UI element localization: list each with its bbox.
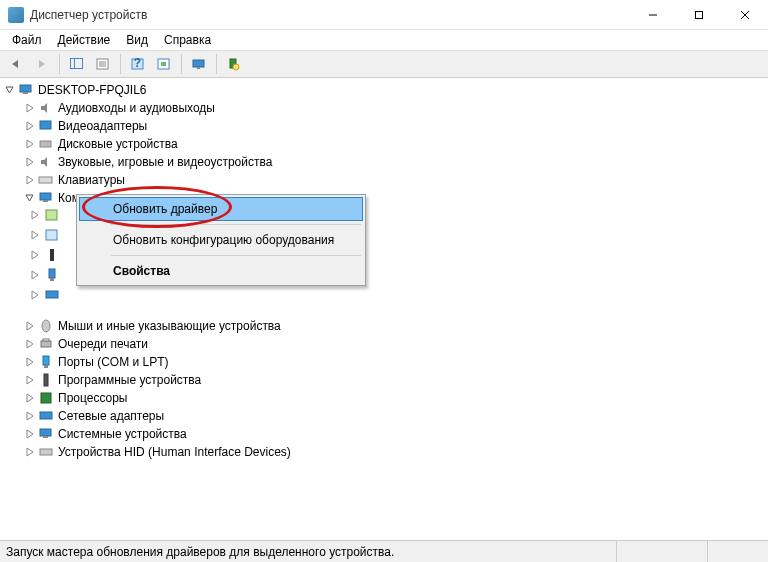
expand-icon[interactable] <box>24 174 36 186</box>
tree-node-hid[interactable]: Устройства HID (Human Interface Devices) <box>0 443 768 461</box>
network-adapter-icon <box>38 408 54 424</box>
svg-rect-33 <box>40 429 51 436</box>
tree-root[interactable]: DESKTOP-FPQJIL6 <box>0 81 768 99</box>
context-menu-scan-hardware[interactable]: Обновить конфигурацию оборудования <box>79 228 363 252</box>
menubar: Файл Действие Вид Справка <box>0 30 768 50</box>
tree-node-mice[interactable]: Мыши и иные указывающие устройства <box>0 317 768 335</box>
expand-icon[interactable] <box>24 392 36 404</box>
toolbar-separator <box>216 54 217 74</box>
collapse-icon[interactable] <box>24 192 36 204</box>
expand-icon[interactable] <box>24 120 36 132</box>
tree-node-label: Аудиовходы и аудиовыходы <box>58 101 215 115</box>
expand-icon[interactable] <box>24 156 36 168</box>
scan-hardware-button[interactable] <box>187 53 211 75</box>
context-menu-properties[interactable]: Свойства <box>79 259 363 283</box>
help-button[interactable]: ? <box>126 53 150 75</box>
tree-node-label: Клавиатуры <box>58 173 125 187</box>
expand-icon[interactable] <box>30 229 40 243</box>
maximize-button[interactable] <box>676 0 722 30</box>
statusbar-separator <box>616 541 617 562</box>
tree-node-video[interactable]: Видеоадаптеры <box>0 117 768 135</box>
svg-rect-1 <box>696 11 703 18</box>
tree-subitem-icon-5[interactable] <box>44 287 60 306</box>
expand-icon[interactable] <box>24 138 36 150</box>
svg-point-17 <box>233 64 239 70</box>
svg-rect-14 <box>193 60 204 67</box>
tree-node-printqueues[interactable]: Очереди печати <box>0 335 768 353</box>
tree-node-label: Видеоадаптеры <box>58 119 147 133</box>
sound-icon <box>38 154 54 170</box>
keyboard-icon <box>38 172 54 188</box>
tree-node-label: Программные устройства <box>58 373 201 387</box>
tree-subitem-icon-1[interactable] <box>44 207 60 226</box>
tree-node-ports[interactable]: Порты (COM и LPT) <box>0 353 768 371</box>
tree-node-label: Дисковые устройства <box>58 137 178 151</box>
tree-node-sysdevices[interactable]: Системные устройства <box>0 425 768 443</box>
menu-action[interactable]: Действие <box>50 31 119 49</box>
tree-node-software[interactable]: Программные устройства <box>0 371 768 389</box>
svg-rect-4 <box>71 59 83 69</box>
expand-icon[interactable] <box>30 269 40 283</box>
disk-icon <box>38 136 54 152</box>
title-bar: Диспетчер устройств <box>0 0 768 30</box>
statusbar-separator <box>707 541 708 562</box>
minimize-button[interactable] <box>630 0 676 30</box>
client-area[interactable]: DESKTOP-FPQJIL6 Аудиовходы и аудиовыходы… <box>0 78 768 540</box>
context-menu: Обновить драйвер Обновить конфигурацию о… <box>76 194 366 286</box>
collapse-icon[interactable] <box>4 84 16 96</box>
tree-node-keyboards[interactable]: Клавиатуры <box>0 171 768 189</box>
svg-rect-35 <box>40 449 52 455</box>
processor-icon <box>38 390 54 406</box>
expand-icon[interactable] <box>24 320 36 332</box>
svg-rect-13 <box>161 62 166 66</box>
svg-rect-40 <box>50 278 54 281</box>
close-button[interactable] <box>722 0 768 30</box>
menu-file[interactable]: Файл <box>4 31 50 49</box>
computer-root-icon <box>18 82 34 98</box>
tree-subitem-icon-3[interactable] <box>44 247 60 266</box>
menu-help[interactable]: Справка <box>156 31 219 49</box>
expand-icon[interactable] <box>24 374 36 386</box>
expand-icon[interactable] <box>24 356 36 368</box>
expand-icon[interactable] <box>24 446 36 458</box>
tree-subitem-icon-2[interactable] <box>44 227 60 246</box>
add-legacy-hardware-button[interactable] <box>222 53 246 75</box>
show-hide-console-tree-button[interactable] <box>65 53 89 75</box>
tree-node-soundgame[interactable]: Звуковые, игровые и видеоустройства <box>0 153 768 171</box>
context-menu-update-driver[interactable]: Обновить драйвер <box>79 197 363 221</box>
properties-button[interactable] <box>91 53 115 75</box>
expand-icon[interactable] <box>30 209 40 223</box>
back-button[interactable] <box>4 53 28 75</box>
tree-node-processors[interactable]: Процессоры <box>0 389 768 407</box>
expand-icon[interactable] <box>24 102 36 114</box>
context-menu-item-label: Обновить конфигурацию оборудования <box>113 233 334 247</box>
expand-icon[interactable] <box>30 249 40 263</box>
tree-subitem-icon-4[interactable] <box>44 267 60 286</box>
svg-rect-37 <box>46 230 57 240</box>
expand-icon[interactable] <box>24 338 36 350</box>
svg-rect-31 <box>41 393 51 403</box>
toolbar-separator <box>120 54 121 74</box>
svg-rect-22 <box>39 177 52 183</box>
printer-icon <box>38 336 54 352</box>
expand-icon[interactable] <box>24 428 36 440</box>
tree-node-label: Очереди печати <box>58 337 148 351</box>
svg-rect-20 <box>40 121 51 129</box>
audio-icon <box>38 100 54 116</box>
forward-button[interactable] <box>30 53 54 75</box>
expand-icon[interactable] <box>24 410 36 422</box>
tree-node-netadapters[interactable]: Сетевые адаптеры <box>0 407 768 425</box>
app-icon <box>8 7 24 23</box>
tree-node-label: Звуковые, игровые и видеоустройства <box>58 155 272 169</box>
window-title: Диспетчер устройств <box>30 8 630 22</box>
menu-view[interactable]: Вид <box>118 31 156 49</box>
context-menu-separator <box>111 255 361 256</box>
display-adapter-icon <box>38 118 54 134</box>
tree-node-disks[interactable]: Дисковые устройства <box>0 135 768 153</box>
action-button[interactable] <box>152 53 176 75</box>
svg-rect-27 <box>43 339 49 341</box>
expand-icon[interactable] <box>30 289 40 303</box>
svg-rect-21 <box>40 141 51 147</box>
tree-node-audio[interactable]: Аудиовходы и аудиовыходы <box>0 99 768 117</box>
svg-rect-38 <box>50 249 54 261</box>
